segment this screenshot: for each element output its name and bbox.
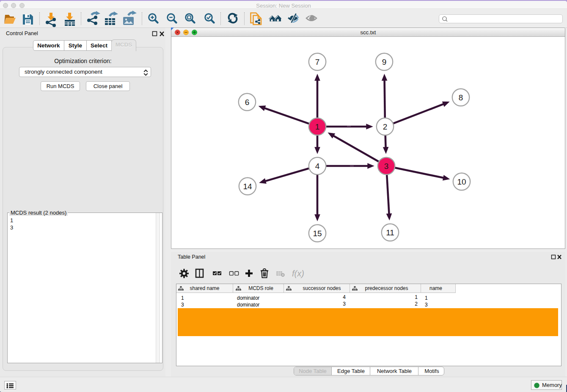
svg-text:7: 7 <box>315 58 320 66</box>
svg-text:2: 2 <box>383 122 388 131</box>
svg-text:11: 11 <box>386 228 394 237</box>
svg-text:9: 9 <box>382 58 387 66</box>
svg-text:14: 14 <box>243 182 252 191</box>
svg-text:1: 1 <box>315 122 320 131</box>
svg-text:10: 10 <box>457 177 466 186</box>
svg-text:8: 8 <box>459 93 463 102</box>
svg-text:4: 4 <box>315 162 320 171</box>
svg-text:15: 15 <box>313 229 322 238</box>
svg-text:f(x): f(x) <box>292 269 304 278</box>
svg-text:3: 3 <box>384 162 389 171</box>
svg-text:6: 6 <box>245 98 250 107</box>
